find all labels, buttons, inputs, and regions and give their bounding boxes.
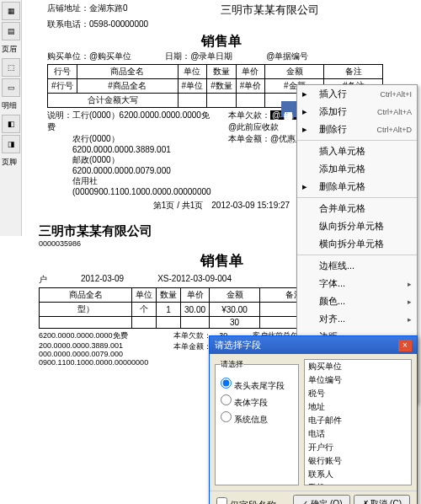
dialog-titlebar[interactable]: 请选择字段 × bbox=[210, 336, 417, 354]
menu-item[interactable]: 颜色...▸ bbox=[297, 292, 417, 310]
field-list[interactable]: 购买单位单位编号税号地址电子邮件电话开户行银行账号联系人手机此前应收款本单欠款累… bbox=[304, 359, 412, 485]
menu-item[interactable]: 横向拆分单元格 bbox=[297, 235, 417, 253]
list-item[interactable]: 手机 bbox=[305, 481, 411, 485]
menu-item[interactable]: 添加单元格 bbox=[297, 160, 417, 178]
product-badge: 通用报表设计器 任我行软件公司 bbox=[281, 101, 296, 117]
section-label: 页眉 bbox=[2, 44, 19, 55]
menu-item[interactable]: ▸插入行Ctrl+Alt+I bbox=[297, 85, 417, 103]
radio-option[interactable]: 系统信息 bbox=[221, 411, 293, 426]
list-item[interactable]: 购买单位 bbox=[305, 360, 411, 373]
menu-item[interactable]: 字体...▸ bbox=[297, 275, 417, 292]
tool-btn[interactable]: ◧ bbox=[2, 115, 20, 133]
addr-value: 金湖东路0 bbox=[89, 3, 128, 13]
tool-btn[interactable]: ⬚ bbox=[2, 58, 20, 77]
tool-btn[interactable]: ◨ bbox=[2, 135, 20, 153]
menu-item[interactable]: ▸添加行Ctrl+Alt+A bbox=[297, 103, 417, 121]
radio-option[interactable]: 表体字段 bbox=[221, 394, 293, 409]
company-header: 三明市某某有限公司 bbox=[145, 3, 396, 18]
section-label: 明细 bbox=[2, 100, 19, 111]
section-label: 页脚 bbox=[2, 157, 19, 168]
dialog-title: 请选择字段 bbox=[215, 339, 261, 351]
radio-option[interactable]: 表头表尾字段 bbox=[221, 378, 293, 392]
checkbox-name-only[interactable]: 仅字段名称 bbox=[216, 497, 276, 505]
menu-item[interactable]: 插入单元格 bbox=[297, 142, 417, 160]
tool-btn[interactable]: ▦ bbox=[2, 2, 20, 20]
tool-btn[interactable]: ▤ bbox=[2, 22, 20, 40]
menu-item[interactable]: 边框线... bbox=[297, 257, 417, 275]
cancel-button[interactable]: ✗ 取消 (C) bbox=[354, 495, 410, 504]
menu-item[interactable]: ▸删除单元格 bbox=[297, 178, 417, 196]
menu-item[interactable]: 纵向拆分单元格 bbox=[297, 217, 417, 235]
addr-label: 店铺地址： bbox=[47, 3, 89, 13]
doc-title: 销售单 bbox=[22, 33, 421, 51]
tel-label: 联系电话： bbox=[47, 19, 89, 29]
field-dialog: 请选择字段 × 请选择 表头表尾字段 表体字段 系统信息 购买单位单位编号税号地… bbox=[209, 335, 418, 504]
tel-value: 0598-00000000 bbox=[89, 19, 148, 29]
list-item[interactable]: 电话 bbox=[305, 427, 411, 441]
close-icon[interactable]: × bbox=[398, 340, 412, 351]
list-item[interactable]: 联系人 bbox=[305, 468, 411, 481]
tool-btn[interactable]: ▭ bbox=[2, 78, 20, 97]
preview-table: 商品全名单位数量单价金额备注 型）个130.00¥30.00 30 bbox=[39, 287, 328, 329]
side-toolbar: ▦ ▤ 页眉 ⬚ ▭ 明细 ◧ ◨ 页脚 bbox=[0, 0, 22, 236]
menu-item[interactable]: 合并单元格 bbox=[297, 200, 417, 217]
list-item[interactable]: 电子邮件 bbox=[305, 414, 411, 427]
menu-item[interactable]: ▸删除行Ctrl+Alt+D bbox=[297, 121, 417, 138]
list-item[interactable]: 地址 bbox=[305, 400, 411, 414]
ok-button[interactable]: ✓ 确定 (O) bbox=[293, 495, 350, 504]
list-item[interactable]: 开户行 bbox=[305, 441, 411, 454]
option-group: 请选择 表头表尾字段 表体字段 系统信息 bbox=[215, 359, 299, 485]
list-item[interactable]: 单位编号 bbox=[305, 373, 411, 387]
menu-item[interactable]: 对齐...▸ bbox=[297, 310, 417, 328]
list-item[interactable]: 税号 bbox=[305, 387, 411, 400]
list-item[interactable]: 银行账号 bbox=[305, 454, 411, 468]
